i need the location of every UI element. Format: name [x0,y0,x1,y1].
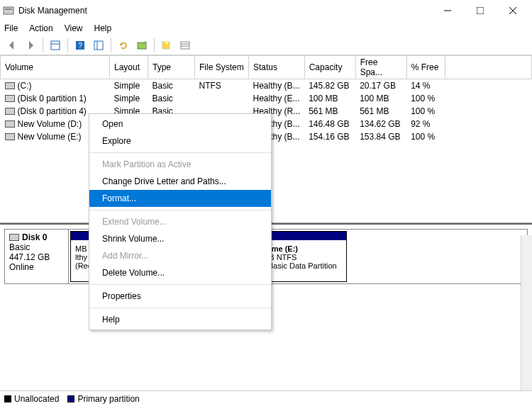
svg-text:?: ? [78,42,82,50]
disk-label: Disk 0 [22,232,47,242]
svg-rect-1 [5,9,12,10]
col-capacity[interactable]: Capacity [304,56,355,79]
toolbar-separator [67,38,68,52]
toolbar-separator [43,38,43,52]
volume-row[interactable]: (C:)SimpleBasicNTFSHealthy (B...145.82 G… [1,79,532,93]
show-hide-console-button[interactable] [48,38,63,53]
volume-icon [5,108,15,115]
volume-name: (C:) [18,81,32,91]
legend-swatch-unallocated [4,395,11,402]
menu-file[interactable]: File [4,23,18,33]
refresh-button[interactable] [116,38,131,53]
menu-view[interactable]: View [65,23,83,33]
volume-free: 20.17 GB [355,79,406,93]
col-pctfree[interactable]: % Free [406,56,445,79]
volume-icon [5,133,15,140]
ctx-delete[interactable]: Delete Volume... [89,264,271,281]
disk-info[interactable]: Disk 0 Basic 447.12 GB Online [5,230,69,283]
volume-name: (Disk 0 partition 1) [18,94,87,103]
volume-capacity: 100 MB [304,92,355,105]
toolbar-separator [154,38,155,52]
volume-status: Healthy (B... [249,79,305,93]
back-button[interactable] [4,38,20,53]
disk-icon [9,234,19,241]
wizard-button[interactable] [159,38,174,53]
volume-capacity: 146.48 GB [304,118,355,130]
ctx-separator [89,308,271,308]
col-status[interactable]: Status [249,56,305,79]
ctx-explore[interactable]: Explore [89,132,271,150]
svg-rect-14 [181,42,189,49]
volume-free: 561 MB [355,105,406,118]
volume-fs: NTFS [195,79,249,93]
toolbar-separator [111,38,111,52]
ctx-separator [89,152,271,153]
col-filesystem[interactable]: File System [195,56,249,79]
volume-icon [5,82,15,89]
titlebar: Disk Management [0,0,532,21]
col-volume[interactable]: Volume [1,56,110,79]
volume-free: 100 MB [355,92,406,105]
menu-action[interactable]: Action [29,23,52,33]
settings-view-button[interactable] [91,38,106,53]
svg-rect-6 [51,41,60,50]
minimize-button[interactable] [431,0,464,21]
volume-capacity: 145.82 GB [304,79,355,93]
volume-pct: 14 % [406,79,445,93]
col-type[interactable]: Type [148,56,195,79]
volume-icon [5,95,15,102]
volume-pct: 100 % [406,130,445,143]
volume-pct: 100 % [406,92,445,105]
volume-fs [195,92,249,105]
disk-size: 447.12 GB [9,252,64,262]
legend-swatch-primary [67,395,74,402]
volume-capacity: 154.16 GB [304,130,355,143]
ctx-properties[interactable]: Properties [89,288,271,305]
disk-type: Basic [9,242,64,252]
rescan-button[interactable] [134,38,150,53]
ctx-change-letter[interactable]: Change Drive Letter and Paths... [89,173,271,190]
volume-row[interactable]: (Disk 0 partition 1)SimpleBasicHealthy (… [1,92,532,105]
list-view-button[interactable] [177,38,193,53]
ctx-separator [89,284,271,285]
svg-rect-0 [4,7,13,14]
volume-type: Basic [148,92,195,105]
window-controls [431,0,529,21]
volume-pct: 92 % [406,118,445,130]
menubar: File Action View Help [0,21,532,35]
volume-icon [5,120,15,128]
volume-layout: Simple [110,92,148,105]
col-layout[interactable]: Layout [110,56,148,79]
legend-primary: Primary partition [67,394,139,404]
volume-pct: 100 % [406,105,445,118]
volume-capacity: 561 MB [304,105,355,118]
svg-rect-12 [138,43,146,49]
volume-free: 134.62 GB [355,118,406,130]
svg-rect-10 [94,41,103,50]
menu-help[interactable]: Help [94,23,112,33]
col-freespace[interactable]: Free Spa... [355,56,406,79]
help-icon[interactable]: ? [72,38,88,53]
ctx-help[interactable]: Help [89,311,271,328]
ctx-format[interactable]: Format... [89,190,271,207]
toolbar: ? [0,35,532,55]
volume-name: New Volume (D:) [18,119,82,129]
volume-name: (Disk 0 partition 4) [18,106,87,116]
forward-button[interactable] [23,38,38,53]
ctx-separator [89,210,271,210]
volume-name: New Volume (E:) [18,132,82,142]
app-icon [3,5,14,16]
context-menu: Open Explore Mark Partition as Active Ch… [89,113,272,330]
ctx-add-mirror: Add Mirror... [89,247,271,264]
ctx-shrink[interactable]: Shrink Volume... [89,230,271,247]
ctx-open[interactable]: Open [89,115,271,132]
ctx-mark-active: Mark Partition as Active [89,156,271,173]
maximize-button[interactable] [464,0,497,21]
disk-status: Online [9,262,64,272]
vertical-scrollbar[interactable] [521,235,532,390]
column-headers: Volume Layout Type File System Status Ca… [1,56,532,79]
close-button[interactable] [497,0,529,21]
ctx-extend: Extend Volume... [89,213,271,230]
col-spacer [445,56,531,79]
window-title: Disk Management [18,6,431,16]
